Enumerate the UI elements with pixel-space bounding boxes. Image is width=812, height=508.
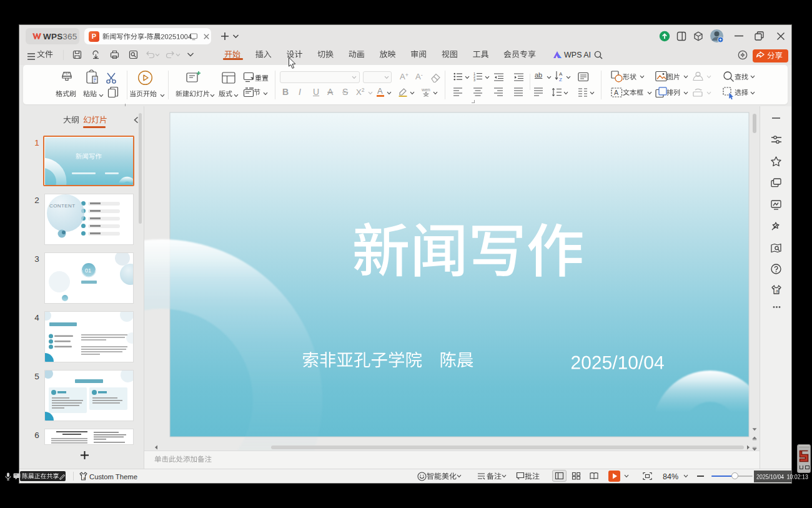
svg-text:wen: wen bbox=[421, 87, 430, 92]
svg-text:CONTENT: CONTENT bbox=[49, 203, 75, 209]
svg-text:Z: Z bbox=[559, 77, 562, 82]
svg-text:A: A bbox=[614, 89, 618, 96]
svg-text:A: A bbox=[559, 71, 563, 77]
svg-text:a: a bbox=[776, 289, 778, 293]
svg-text:01: 01 bbox=[85, 267, 91, 274]
svg-text:3: 3 bbox=[473, 78, 475, 82]
